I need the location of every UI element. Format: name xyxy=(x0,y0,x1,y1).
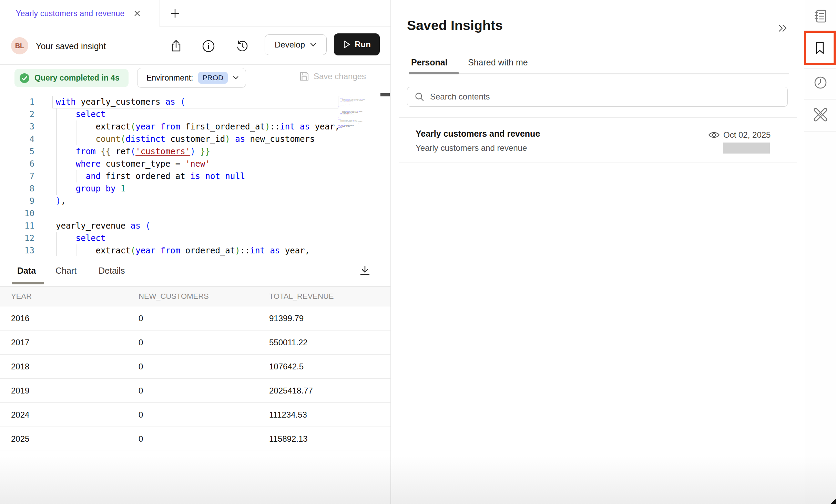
code-line[interactable]: and first_ordered_at is not null xyxy=(56,170,338,182)
app-window: Yearly customers and revenue BL Your sav… xyxy=(0,0,836,504)
code-token: yearly_revenue xyxy=(56,221,131,231)
chevron-down-icon xyxy=(233,76,239,80)
code-line[interactable]: count(distinct customer_id) as new_custo… xyxy=(56,133,338,145)
save-changes-button[interactable]: Save changes xyxy=(299,71,366,82)
code-line[interactable]: from {{ ref('customers') }} xyxy=(56,145,338,158)
code-line[interactable]: where customer_type = 'new' xyxy=(56,158,338,170)
editor-minimap[interactable]: with yearly_customers as ( select extrac… xyxy=(338,96,390,158)
code-line[interactable] xyxy=(56,207,338,220)
table-cell: 2024 xyxy=(0,410,129,420)
play-icon xyxy=(343,40,350,49)
code-line[interactable]: yearly_revenue as ( xyxy=(56,220,338,232)
code-line[interactable]: ), xyxy=(56,195,338,207)
right-icon-sidebar xyxy=(804,0,836,504)
new-tab-button[interactable] xyxy=(167,6,183,21)
list-divider xyxy=(399,117,797,118)
code-token: group xyxy=(76,184,101,193)
table-row: 20240111234.53 xyxy=(0,403,390,427)
code-token: 1 xyxy=(345,115,345,116)
code-token: }} xyxy=(200,147,210,156)
tab-data[interactable]: Data xyxy=(17,266,36,276)
insight-item-date: Oct 02, 2025 xyxy=(723,130,771,140)
code-token: from xyxy=(76,147,96,156)
code-token: not xyxy=(205,171,220,181)
editor-scrollbar-thumb[interactable] xyxy=(380,93,390,96)
code-token xyxy=(220,171,225,181)
tab-yearly-customers-and-revenue[interactable]: Yearly customers and revenue xyxy=(0,0,160,27)
code-token: ref xyxy=(111,147,131,156)
code-token: new_customers xyxy=(356,100,363,101)
tab-chart[interactable]: Chart xyxy=(55,266,77,276)
code-line[interactable]: group by 1 xyxy=(56,182,338,195)
line-number: 4 xyxy=(0,133,34,145)
tab-personal[interactable]: Personal xyxy=(411,57,448,67)
dbt-panel-button[interactable] xyxy=(804,103,836,127)
code-token: year, xyxy=(280,246,310,255)
table-row: 201902025418.77 xyxy=(0,379,390,403)
double-chevron-right-icon xyxy=(776,23,788,33)
saved-insights-panel-button[interactable] xyxy=(804,31,836,65)
code-token: 1 xyxy=(121,184,125,193)
code-token xyxy=(56,159,76,169)
editor-gutter: 1234567891011121314151617181920212223242… xyxy=(0,96,34,256)
editor-code[interactable]: with yearly_customers as ( select extrac… xyxy=(56,96,338,256)
code-token: ) xyxy=(235,246,240,255)
environment-selector[interactable]: Environment: PROD xyxy=(137,68,246,88)
table-cell: 0 xyxy=(129,410,260,420)
eye-icon xyxy=(708,131,720,139)
run-button[interactable]: Run xyxy=(334,33,380,55)
line-number: 1 xyxy=(0,96,34,108)
table-row: 20180107642.5 xyxy=(0,355,390,379)
line-number: 6 xyxy=(0,158,34,170)
avatar: BL xyxy=(11,37,28,54)
sidebar-divider xyxy=(804,68,836,69)
share-button[interactable] xyxy=(169,39,184,54)
code-token: count xyxy=(96,134,121,144)
code-token: year, xyxy=(360,111,363,112)
code-token xyxy=(115,184,120,193)
history-button[interactable] xyxy=(235,39,250,54)
sql-editor[interactable]: 1234567891011121314151617181920212223242… xyxy=(0,96,390,256)
collapse-panel-button[interactable] xyxy=(774,21,791,36)
line-number: 7 xyxy=(0,170,34,182)
run-label: Run xyxy=(355,40,371,49)
table-cell: 550011.22 xyxy=(260,338,390,347)
table-row: 2016091399.79 xyxy=(0,306,390,330)
clock-icon xyxy=(813,75,828,90)
line-number: 12 xyxy=(0,232,34,244)
results-table-body: 2016091399.7920170550011.2220180107642.5… xyxy=(0,306,390,451)
tab-details[interactable]: Details xyxy=(99,266,125,276)
code-line[interactable]: select xyxy=(56,232,338,244)
code-token: year, xyxy=(310,122,338,132)
history-panel-button[interactable] xyxy=(804,71,836,95)
code-token xyxy=(195,147,200,156)
code-token: as xyxy=(270,246,280,255)
develop-dropdown[interactable]: Develop xyxy=(265,34,327,55)
table-cell: 2016 xyxy=(0,314,129,323)
insight-title: Your saved insight xyxy=(36,41,106,51)
table-row: 20170550011.22 xyxy=(0,330,390,355)
table-cell: 2017 xyxy=(0,338,129,347)
download-icon xyxy=(359,265,371,277)
code-token: customer_type = xyxy=(101,159,185,169)
code-token: {{ xyxy=(101,147,111,156)
code-token: ) xyxy=(265,122,270,132)
table-cell: 107642.5 xyxy=(260,362,390,371)
info-button[interactable] xyxy=(201,39,216,54)
line-number: 9 xyxy=(0,195,34,207)
tab-shared-with-me[interactable]: Shared with me xyxy=(468,57,528,67)
code-line[interactable]: with yearly_customers as ( xyxy=(56,96,338,108)
code-line[interactable]: select xyxy=(56,108,338,120)
minimap-separator xyxy=(380,93,380,256)
code-line[interactable]: extract(year from first_ordered_at)::int… xyxy=(56,120,338,133)
search-input[interactable] xyxy=(430,92,787,102)
bottom-fade xyxy=(0,456,836,504)
code-token xyxy=(96,147,101,156)
close-tab-icon[interactable] xyxy=(132,8,142,19)
download-button[interactable] xyxy=(357,263,373,279)
catalog-panel-button[interactable] xyxy=(804,4,836,28)
search-contents-box[interactable] xyxy=(407,87,788,107)
tabs-underline-track xyxy=(409,73,789,74)
save-changes-label: Save changes xyxy=(314,72,366,81)
code-line[interactable]: extract(year from ordered_at)::int as ye… xyxy=(56,244,338,256)
